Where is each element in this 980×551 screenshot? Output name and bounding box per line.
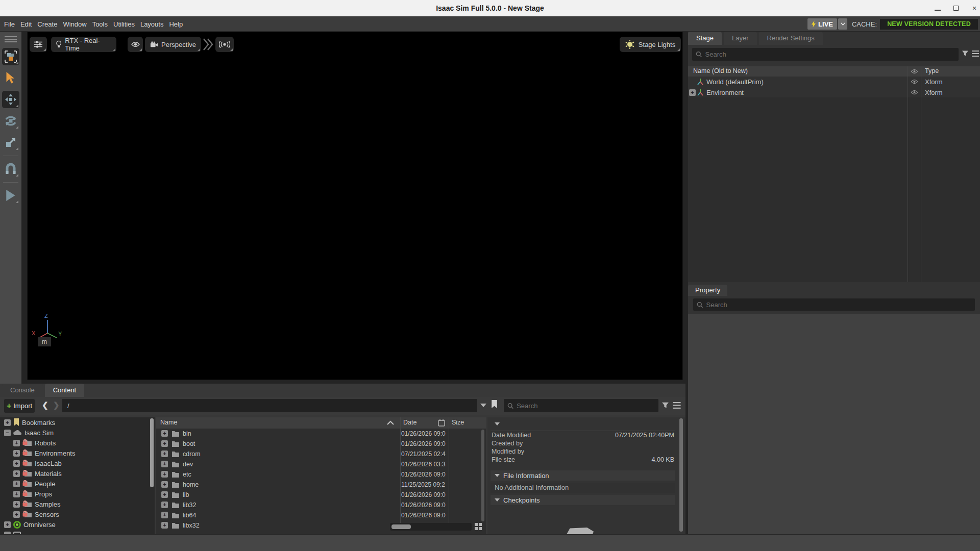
stage-column-type[interactable]: Type bbox=[925, 67, 939, 74]
stage-row-environment[interactable]: + Environment Xform bbox=[688, 87, 980, 98]
tree-item-bookmarks[interactable]: +Bookmarks bbox=[0, 417, 155, 428]
stage-search-field[interactable] bbox=[692, 48, 959, 61]
file-name[interactable]: lib32 bbox=[183, 502, 196, 509]
expand-icon[interactable]: + bbox=[4, 419, 11, 426]
file-name[interactable]: lib bbox=[183, 491, 189, 498]
menu-window[interactable]: Window bbox=[63, 20, 86, 28]
rotate-tool-button[interactable] bbox=[2, 112, 19, 130]
file-row-dev[interactable]: +dev01/26/2026 03:3 bbox=[156, 459, 486, 469]
select-tool-button[interactable] bbox=[2, 69, 19, 87]
tab-stage[interactable]: Stage bbox=[688, 32, 722, 45]
menu-edit[interactable]: Edit bbox=[20, 20, 32, 28]
files-column-date[interactable]: Date bbox=[403, 419, 416, 426]
file-name[interactable]: bin bbox=[183, 430, 191, 437]
file-name[interactable]: boot bbox=[183, 440, 195, 447]
expand-icon[interactable]: + bbox=[13, 440, 20, 446]
minimize-button[interactable] bbox=[930, 3, 945, 13]
close-button[interactable]: × bbox=[967, 3, 980, 13]
prim-name[interactable]: Environment bbox=[706, 89, 744, 96]
camera-selector[interactable]: Perspective bbox=[145, 37, 201, 52]
expand-icon[interactable]: + bbox=[161, 440, 168, 447]
tree-item-robots[interactable]: +Robots bbox=[0, 438, 155, 448]
path-field[interactable] bbox=[62, 399, 477, 412]
expand-icon[interactable]: + bbox=[161, 491, 168, 498]
file-row-home[interactable]: +home11/25/2025 09:2 bbox=[156, 480, 486, 490]
expand-icon[interactable]: + bbox=[689, 89, 696, 96]
toolbar-grip-icon[interactable] bbox=[5, 35, 17, 44]
tree-item-samples[interactable]: +Samples bbox=[0, 499, 155, 509]
tree-item-environments[interactable]: +Environments bbox=[0, 448, 155, 458]
file-row-bin[interactable]: +bin01/26/2026 09:0 bbox=[156, 429, 486, 439]
file-name[interactable]: etc bbox=[183, 471, 191, 478]
unit-indicator[interactable]: m bbox=[38, 337, 51, 346]
sort-ascending-icon[interactable] bbox=[387, 420, 394, 425]
grid-view-icon[interactable] bbox=[475, 523, 482, 531]
stage-search-input[interactable] bbox=[705, 51, 955, 58]
property-search-input[interactable] bbox=[706, 301, 971, 309]
menu-layouts[interactable]: Layouts bbox=[140, 20, 164, 28]
expand-icon[interactable]: + bbox=[161, 471, 168, 478]
tab-layer[interactable]: Layer bbox=[724, 32, 757, 45]
files-column-name[interactable]: Name bbox=[160, 419, 177, 426]
viewport-settings-button[interactable] bbox=[30, 37, 47, 52]
content-search-field[interactable] bbox=[504, 399, 658, 412]
file-name[interactable]: cdrom bbox=[183, 450, 201, 458]
stage-column-name[interactable]: Name (Old to New) bbox=[693, 67, 748, 74]
selection-mode-button[interactable] bbox=[2, 48, 19, 65]
snap-tool-button[interactable] bbox=[2, 160, 19, 178]
menu-help[interactable]: Help bbox=[169, 20, 183, 28]
expand-icon[interactable]: + bbox=[4, 521, 11, 528]
expand-icon[interactable]: + bbox=[161, 450, 168, 457]
file-row-boot[interactable]: +boot01/26/2026 09:0 bbox=[156, 439, 486, 449]
files-vertical-scrollbar[interactable] bbox=[481, 430, 484, 521]
viewport[interactable]: RTX - Real-Time Perspective bbox=[27, 32, 683, 380]
tab-content[interactable]: Content bbox=[45, 384, 85, 397]
stage-row-world[interactable]: World (defaultPrim) Xform bbox=[688, 77, 980, 87]
files-column-size[interactable]: Size bbox=[452, 419, 464, 426]
tree-item-omniverse[interactable]: +Omniverse bbox=[0, 519, 155, 530]
tree-item-sensors[interactable]: +Sensors bbox=[0, 509, 155, 519]
content-search-input[interactable] bbox=[517, 402, 655, 410]
section-file-information[interactable]: File Information bbox=[491, 470, 675, 481]
options-menu-icon[interactable] bbox=[972, 51, 979, 57]
file-row-lib32[interactable]: +lib3201/26/2026 09:0 bbox=[156, 500, 486, 510]
expand-icon[interactable]: + bbox=[161, 481, 168, 488]
capture-button[interactable] bbox=[215, 37, 234, 52]
stage-tree-header[interactable]: Name (Old to New) Type bbox=[688, 66, 980, 77]
tree-scrollbar[interactable] bbox=[150, 418, 154, 487]
property-search-field[interactable] bbox=[693, 298, 975, 311]
expand-icon[interactable]: + bbox=[161, 522, 168, 529]
expand-icon[interactable]: + bbox=[13, 460, 20, 467]
expand-icon[interactable]: + bbox=[161, 512, 168, 518]
nav-forward-button[interactable]: ❯ bbox=[53, 400, 60, 410]
import-button[interactable]: + Import bbox=[4, 399, 35, 413]
details-scrollbar[interactable] bbox=[679, 418, 683, 532]
files-horizontal-scrollbar[interactable] bbox=[390, 523, 472, 531]
expand-icon[interactable]: + bbox=[13, 450, 20, 457]
live-dropdown[interactable] bbox=[838, 18, 847, 30]
path-input[interactable] bbox=[67, 402, 472, 410]
play-button[interactable] bbox=[2, 187, 19, 204]
tree-item-people[interactable]: +People bbox=[0, 479, 155, 489]
file-row-etc[interactable]: +etc01/26/2026 09:0 bbox=[156, 469, 486, 480]
tree-item-isaaclab[interactable]: +IsaacLab bbox=[0, 458, 155, 468]
menu-create[interactable]: Create bbox=[37, 20, 57, 28]
maximize-button[interactable] bbox=[948, 3, 964, 13]
expand-icon[interactable]: + bbox=[13, 481, 20, 487]
file-row-cdrom[interactable]: +cdrom07/21/2025 02:4 bbox=[156, 449, 486, 459]
tree-item-isaac-sim[interactable]: −Isaac Sim bbox=[0, 428, 155, 438]
tab-render-settings[interactable]: Render Settings bbox=[759, 32, 823, 45]
section-checkpoints[interactable]: Checkpoints bbox=[491, 495, 675, 505]
prim-name[interactable]: World (defaultPrim) bbox=[706, 78, 764, 86]
file-name[interactable]: home bbox=[183, 481, 199, 488]
tree-item-materials[interactable]: +Materials bbox=[0, 468, 155, 479]
file-name[interactable]: dev bbox=[183, 461, 193, 468]
file-row-lib[interactable]: +lib01/26/2026 09:0 bbox=[156, 490, 486, 500]
visibility-eye-icon[interactable] bbox=[911, 79, 918, 84]
bookmark-icon[interactable] bbox=[491, 400, 498, 409]
files-header[interactable]: Name Date Size bbox=[156, 417, 486, 429]
collapse-caret-icon[interactable] bbox=[495, 422, 500, 425]
menu-utilities[interactable]: Utilities bbox=[113, 20, 135, 28]
scale-tool-button[interactable] bbox=[2, 134, 19, 151]
tree-item-props[interactable]: +Props bbox=[0, 489, 155, 499]
